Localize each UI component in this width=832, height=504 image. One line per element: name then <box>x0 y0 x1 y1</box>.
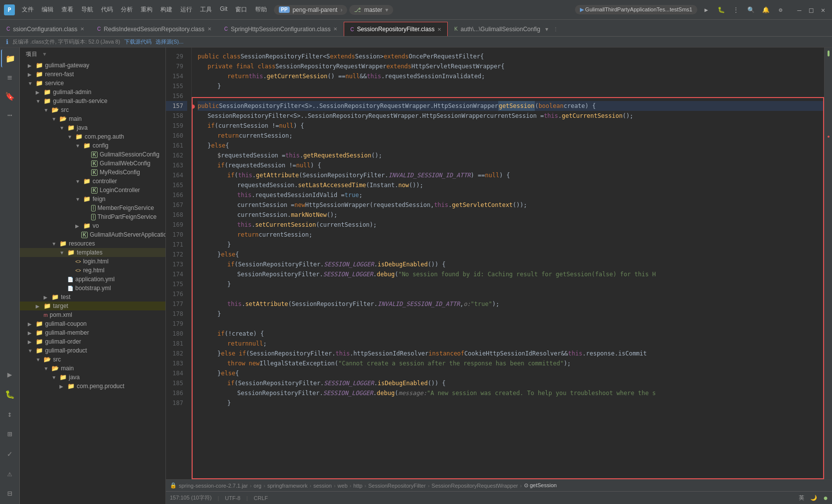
tree-item-src[interactable]: ▼ 📂 src <box>20 105 165 114</box>
tree-item-gateway[interactable]: ▶ 📁 gulimall-gateway <box>20 61 165 70</box>
menu-help[interactable]: 帮助 <box>252 4 270 15</box>
menu-file[interactable]: 文件 <box>19 4 37 15</box>
menu-window[interactable]: 窗口 <box>232 4 250 15</box>
git-tool-icon[interactable]: ↕ <box>1 405 19 423</box>
maximize-button[interactable]: □ <box>806 5 816 15</box>
download-source-link[interactable]: 下载源代码 <box>124 38 152 46</box>
tree-item-thirdpart-feign[interactable]: ▶ I ThirdPartFeignService <box>20 212 165 221</box>
bookmarks-icon[interactable]: 🔖 <box>1 87 19 105</box>
tree-item-config[interactable]: ▼ 📁 config <box>20 141 165 150</box>
bottom-tool-icon[interactable]: ⊟ <box>1 484 19 502</box>
tree-item-feign[interactable]: ▼ 📁 feign <box>20 195 165 203</box>
tab-close-icon[interactable]: ⋮ <box>553 26 558 32</box>
tree-item-com-peng-product[interactable]: ▶ 📁 com.peng.product <box>20 382 165 391</box>
run-button[interactable]: ▶ <box>700 4 712 16</box>
tab-close-icon[interactable]: ✕ <box>437 27 441 32</box>
menu-run[interactable]: 运行 <box>177 4 195 15</box>
tree-item-target[interactable]: ▶ 📁 target <box>20 302 165 310</box>
project-view-icon[interactable]: 📁 <box>1 50 19 67</box>
bc-sessionrepository-filter[interactable]: SessionRepositoryFilter <box>368 483 425 489</box>
bc-http[interactable]: http <box>353 483 362 489</box>
tree-item-gulimall-session-config[interactable]: ▶ K GulimallSessionConfig <box>20 150 165 159</box>
run-config-label[interactable]: ▶ GulimallThirdPartyApplicationTes...tes… <box>575 5 697 14</box>
todo-tool-icon[interactable]: ✓ <box>1 445 19 462</box>
debug-button[interactable]: 🐛 <box>715 4 727 16</box>
bc-session[interactable]: session <box>313 483 332 489</box>
notifications[interactable]: 🔔 <box>760 4 772 16</box>
tree-item-application-yml[interactable]: ▶ 📄 application.yml <box>20 275 165 284</box>
tree-item-renren[interactable]: ▶ 📁 renren-fast <box>20 70 165 79</box>
tree-item-service[interactable]: ▼ 📁 service <box>20 79 165 88</box>
menu-refactor[interactable]: 重构 <box>138 4 156 15</box>
tree-item-gulimall-web-config[interactable]: ▶ K GulimallWebConfig <box>20 159 165 168</box>
settings[interactable]: ⚙ <box>775 4 786 16</box>
tree-item-login-html[interactable]: ▶ <> login.html <box>20 257 165 266</box>
tab-sessionrepository-filter[interactable]: C SessionRepositoryFilter.class ✕ <box>344 22 448 37</box>
bc-springframework[interactable]: springframework <box>267 483 308 489</box>
choose-source-link[interactable]: 选择源(S)... <box>156 38 184 46</box>
menu-git[interactable]: Git <box>217 4 230 15</box>
menu-view[interactable]: 查看 <box>58 4 76 15</box>
tree-item-product-src[interactable]: ▼ 📂 src <box>20 355 165 364</box>
tab-dropdown-icon[interactable]: ▾ <box>543 26 550 33</box>
more-tools-icon[interactable]: ⋯ <box>1 106 19 124</box>
tree-item-com-peng-auth[interactable]: ▼ 📁 com.peng.auth <box>20 132 165 141</box>
minimize-button[interactable]: — <box>794 5 804 15</box>
code-editor[interactable]: 29 79 154 155 156 157 158 159 160 161 16… <box>166 48 832 504</box>
problems-tool-icon[interactable]: ⚠ <box>1 464 19 482</box>
tab-gulimallsession[interactable]: K auth\...\GulimallSessionConfig ▾ ⋮ <box>448 21 564 36</box>
tree-item-myredis-config[interactable]: ▶ K MyRedisConfig <box>20 168 165 177</box>
tree-item-main[interactable]: ▼ 📂 main <box>20 114 165 123</box>
tree-item-auth-application[interactable]: ▶ K GulimallAuthServerApplication <box>20 230 165 239</box>
tree-item-test[interactable]: ▶ 📁 test <box>20 293 165 302</box>
bc-session-repo-wrapper[interactable]: SessionRepositoryRequestWrapper <box>431 483 518 489</box>
tab-redisindexed[interactable]: C RedisIndexedSessionRepository.class ✕ <box>91 21 217 36</box>
tree-item-product-java[interactable]: ▼ 📁 java <box>20 373 165 382</box>
bc-web[interactable]: web <box>338 483 348 489</box>
code-scroll-area[interactable]: public class SessionRepositoryFilter<S e… <box>192 48 824 479</box>
tree-item-coupon[interactable]: ▶ 📁 gulimall-coupon <box>20 319 165 328</box>
tab-close-icon[interactable]: ✕ <box>208 26 211 32</box>
tree-item-auth-service[interactable]: ▼ 📁 gulimall-auth-service <box>20 97 165 105</box>
tree-item-login-controller[interactable]: ▶ K LoginController <box>20 186 165 195</box>
structure-icon[interactable]: ≡ <box>1 68 19 86</box>
tree-item-product[interactable]: ▼ 📁 gulimall-product <box>20 346 165 355</box>
branch-pill[interactable]: ⎇ master ▾ <box>349 5 393 15</box>
menu-tools[interactable]: 工具 <box>197 4 215 15</box>
status-encoding[interactable]: UTF-8 <box>225 495 240 501</box>
tree-item-java[interactable]: ▼ 📁 java <box>20 123 165 132</box>
menu-navigate[interactable]: 导航 <box>78 4 96 15</box>
right-scroll-bar[interactable] <box>824 48 832 479</box>
jar-name[interactable]: spring-session-core-2.7.1.jar <box>179 483 248 489</box>
tab-springhttp[interactable]: C SpringHttpSessionConfiguration.class ✕ <box>218 21 344 36</box>
more-actions[interactable]: ⋮ <box>730 4 742 16</box>
tree-item-admin[interactable]: ▶ 📁 gulimall-admin <box>20 88 165 97</box>
tree-item-member[interactable]: ▶ 📁 gulimall-member <box>20 328 165 337</box>
tab-ssionconfig[interactable]: C ssionConfiguration.class ✕ <box>0 21 91 36</box>
menu-build[interactable]: 构建 <box>157 4 175 15</box>
tree-item-product-main[interactable]: ▼ 📂 main <box>20 364 165 373</box>
tree-item-resources[interactable]: ▼ 📁 resources <box>20 239 165 248</box>
tab-close-icon[interactable]: ✕ <box>333 26 337 32</box>
bc-get-session[interactable]: ⊙ getSession <box>524 482 557 489</box>
run-tool-icon[interactable]: ▶ <box>1 365 19 383</box>
project-breadcrumb[interactable]: PP peng-mall-parent › <box>274 5 347 15</box>
status-line-sep[interactable]: CRLF <box>254 495 268 501</box>
terminal-tool-icon[interactable]: ⊞ <box>1 425 19 443</box>
search-everywhere[interactable]: 🔍 <box>745 4 757 16</box>
menu-code[interactable]: 代码 <box>98 4 116 15</box>
debug-tool-icon[interactable]: 🐛 <box>1 385 19 403</box>
tree-item-bootstrap-yml[interactable]: ▶ 📄 bootstrap.yml <box>20 284 165 293</box>
tree-item-controller[interactable]: ▼ 📁 controller <box>20 177 165 186</box>
tree-item-reg-html[interactable]: ▶ <> reg.html <box>20 266 165 275</box>
tab-close-icon[interactable]: ✕ <box>80 26 84 32</box>
tree-item-pom-xml[interactable]: ▶ m pom.xml <box>20 310 165 319</box>
bc-org[interactable]: org <box>254 483 261 489</box>
tree-item-member-feign[interactable]: ▶ I MemberFeignService <box>20 203 165 212</box>
tree-item-templates[interactable]: ▼ 📁 templates <box>20 248 165 257</box>
menu-edit[interactable]: 编辑 <box>39 4 56 15</box>
tree-item-order[interactable]: ▶ 📁 gulimall-order <box>20 337 165 346</box>
close-button[interactable]: ✕ <box>818 5 828 15</box>
tree-item-vo[interactable]: ▶ 📁 vo <box>20 221 165 230</box>
menu-analyze[interactable]: 分析 <box>118 4 136 15</box>
